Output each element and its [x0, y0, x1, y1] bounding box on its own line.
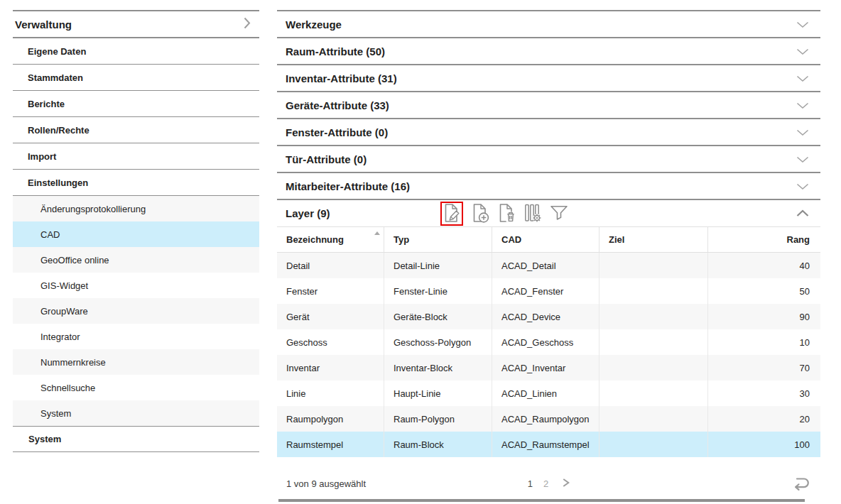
sidebar-item-rollen-rechte[interactable]: Rollen/Rechte	[13, 117, 259, 143]
table-cell: Geschoss-Polygon	[384, 329, 492, 355]
table-cell: Gerät	[277, 304, 384, 329]
sidebar-item-system-bottom[interactable]: System	[13, 426, 259, 452]
document-edit-icon	[443, 203, 461, 225]
table-cell: Linie	[277, 380, 384, 406]
edit-layer-button[interactable]	[443, 204, 461, 224]
table-cell: Fenster	[277, 278, 384, 304]
sort-ascending-icon	[374, 231, 380, 235]
table-cell: Inventar	[277, 355, 384, 380]
page-1-current[interactable]: 1	[528, 478, 533, 489]
columns-gear-icon	[523, 203, 542, 225]
column-header-bezeichnung[interactable]: Bezeichnung	[277, 227, 384, 252]
chevron-down-icon	[796, 180, 809, 192]
sidebar-subitem-schnellsuche[interactable]: Schnellsuche	[13, 375, 259, 400]
table-cell	[599, 406, 708, 432]
sidebar-subitem-groupware[interactable]: GroupWare	[13, 298, 259, 324]
chevron-down-icon	[796, 153, 809, 165]
section-fenster-attribute[interactable]: Fenster-Attribute (0)	[277, 119, 820, 146]
sidebar-subitem-cad[interactable]: CAD	[13, 221, 259, 247]
chevron-down-icon	[796, 18, 809, 31]
sidebar-item-import[interactable]: Import	[13, 143, 259, 170]
column-header-rang[interactable]: Rang	[708, 227, 820, 252]
sidebar-subitem-gis-widget[interactable]: GIS-Widget	[13, 273, 259, 298]
layer-table-body: DetailDetail-LinieACAD_Detail40FensterFe…	[277, 253, 820, 457]
table-cell: Fenster-Linie	[384, 278, 492, 304]
section-werkzeuge[interactable]: Werkzeuge	[277, 11, 820, 38]
layer-toolbar	[440, 200, 568, 227]
table-cell: Raumstempel	[277, 432, 384, 457]
table-cell: ACAD_Inventar	[492, 355, 599, 380]
table-row[interactable]: GerätGeräte-BlockACAD_Device90	[277, 304, 820, 329]
table-cell: 50	[708, 278, 820, 304]
section-geraete-attribute[interactable]: Geräte-Attribute (33)	[277, 92, 820, 119]
table-row[interactable]: LinieHaupt-LinieACAD_Linien30	[277, 380, 820, 406]
table-cell	[599, 355, 708, 380]
settings-panel: WerkzeugeRaum-Attribute (50)Inventar-Att…	[277, 10, 820, 497]
sidebar-item-berichte[interactable]: Berichte	[13, 91, 259, 117]
filter-button[interactable]	[550, 204, 568, 224]
table-cell: 20	[708, 406, 820, 432]
layer-table-footer: 1 von 9 ausgewählt 12	[277, 457, 820, 497]
filter-funnel-icon	[550, 204, 568, 224]
section-label: Geräte-Attribute (33)	[286, 99, 389, 111]
table-row[interactable]: RaumstempelRaum-BlockACAD_Raumstempel100	[277, 432, 820, 457]
section-label: Raum-Attribute (50)	[286, 45, 385, 57]
table-cell	[599, 304, 708, 329]
column-header-cad[interactable]: CAD	[492, 227, 599, 252]
sidebar-item-einstellungen[interactable]: Einstellungen	[13, 170, 259, 196]
sidebar-subitem-nummernkreise[interactable]: Nummernkreise	[13, 349, 259, 375]
sidebar-subitem-aenderungsprotokollierung[interactable]: Änderungsprotokollierung	[13, 196, 259, 221]
page-2[interactable]: 2	[543, 478, 548, 489]
chevron-right-icon	[562, 478, 570, 490]
document-add-icon	[471, 203, 489, 225]
table-cell: Raum-Block	[384, 432, 492, 457]
column-header-typ[interactable]: Typ	[384, 227, 492, 252]
table-row[interactable]: DetailDetail-LinieACAD_Detail40	[277, 253, 820, 278]
section-layer[interactable]: Layer (9)	[277, 200, 820, 227]
undo-button[interactable]	[791, 473, 813, 494]
section-mitarbeiter-attribute[interactable]: Mitarbeiter-Attribute (16)	[277, 173, 820, 200]
sidebar-items: Eigene DatenStammdatenBerichteRollen/Rec…	[13, 38, 259, 196]
pagination: 12	[528, 470, 570, 497]
sidebar-header-verwaltung[interactable]: Verwaltung	[13, 11, 259, 38]
table-cell: Geräte-Block	[384, 304, 492, 329]
table-row[interactable]: FensterFenster-LinieACAD_Fenster50	[277, 278, 820, 304]
table-cell: ACAD_Fenster	[492, 278, 599, 304]
document-delete-icon	[497, 203, 516, 225]
table-cell: Detail	[277, 253, 384, 278]
table-cell: ACAD_Device	[492, 304, 599, 329]
table-row[interactable]: InventarInventar-BlockACAD_Inventar70	[277, 355, 820, 380]
table-cell: ACAD_Raumstempel	[492, 432, 599, 457]
delete-layer-button[interactable]	[497, 204, 516, 224]
table-cell: Geschoss	[277, 329, 384, 355]
table-cell	[599, 329, 708, 355]
sidebar: Verwaltung Eigene DatenStammdatenBericht…	[13, 10, 259, 452]
sidebar-subitem-integrator[interactable]: Integrator	[13, 324, 259, 349]
panel-bottom-edge	[278, 499, 805, 502]
section-inventar-attribute[interactable]: Inventar-Attribute (31)	[277, 65, 820, 92]
table-cell: 30	[708, 380, 820, 406]
table-cell	[599, 278, 708, 304]
table-row[interactable]: GeschossGeschoss-PolygonACAD_Geschoss10	[277, 329, 820, 355]
highlight-box	[440, 202, 463, 226]
add-layer-button[interactable]	[471, 204, 489, 224]
table-row[interactable]: RaumpolygonRaum-PolygonACAD_Raumpolygon2…	[277, 406, 820, 432]
sidebar-subitem-geooffice-online[interactable]: GeoOffice online	[13, 247, 259, 273]
next-page-button[interactable]	[562, 478, 570, 490]
chevron-down-icon	[796, 45, 809, 57]
section-tuer-attribute[interactable]: Tür-Attribute (0)	[277, 146, 820, 173]
accordion-sections: WerkzeugeRaum-Attribute (50)Inventar-Att…	[277, 11, 820, 200]
sidebar-item-eigene-daten[interactable]: Eigene Daten	[13, 38, 259, 65]
column-header-ziel[interactable]: Ziel	[599, 227, 708, 252]
chevron-down-icon	[796, 72, 809, 84]
table-cell: 10	[708, 329, 820, 355]
sidebar-subitem-system[interactable]: System	[13, 400, 259, 426]
undo-icon	[791, 473, 812, 494]
sidebar-item-stammdaten[interactable]: Stammdaten	[13, 65, 259, 91]
chevron-down-icon	[796, 126, 809, 138]
section-label: Werkzeuge	[286, 18, 342, 31]
section-raum-attribute[interactable]: Raum-Attribute (50)	[277, 38, 820, 65]
table-cell: 40	[708, 253, 820, 278]
column-settings-button[interactable]	[523, 204, 542, 224]
sidebar-settings-children: ÄnderungsprotokollierungCADGeoOffice onl…	[13, 196, 259, 426]
